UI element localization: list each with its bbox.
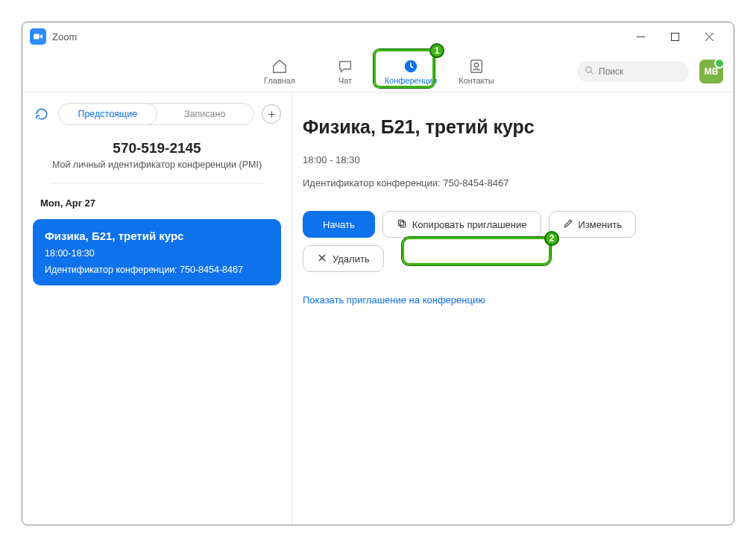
meeting-card-time: 18:00-18:30 bbox=[45, 248, 269, 259]
navbar-right: МВ bbox=[577, 60, 723, 83]
nav-label: Конференции bbox=[385, 76, 438, 85]
delete-button[interactable]: Удалить bbox=[303, 245, 384, 272]
date-header: Mon, Apr 27 bbox=[40, 197, 281, 209]
annotation-badge-1: 1 bbox=[429, 43, 444, 58]
start-button[interactable]: Начать bbox=[303, 211, 375, 238]
pmi-label: Мой личный идентификатор конференции (PM… bbox=[51, 159, 263, 170]
meeting-title: Физика, Б21, третий курс bbox=[303, 116, 723, 138]
meeting-id: Идентификатор конференции: 750-8454-8467 bbox=[303, 177, 723, 189]
app-title: Zoom bbox=[52, 31, 77, 42]
home-icon bbox=[271, 58, 288, 75]
tab-upcoming[interactable]: Предстоящие bbox=[59, 104, 157, 124]
annotation-badge-2: 2 bbox=[544, 231, 559, 246]
clock-icon bbox=[403, 58, 419, 75]
nav-label: Контакты bbox=[459, 76, 494, 85]
app-window: Zoom Главная Чат Конференции Контакты bbox=[22, 22, 734, 525]
sidebar-top: Предстоящие Записано bbox=[33, 103, 281, 125]
pmi-number: 570-519-2145 bbox=[51, 140, 263, 156]
sidebar: Предстоящие Записано 570-519-2145 Мой ли… bbox=[22, 92, 292, 525]
tabs-segment: Предстоящие Записано bbox=[58, 103, 254, 125]
svg-rect-6 bbox=[471, 60, 482, 72]
nav-label: Главная bbox=[264, 76, 295, 85]
search-input[interactable] bbox=[599, 66, 673, 77]
meeting-card-title: Физика, Б21, третий курс bbox=[45, 230, 269, 242]
copy-invite-label: Копировать приглашение bbox=[412, 219, 527, 230]
nav-meetings[interactable]: Конференции bbox=[382, 54, 440, 89]
nav-tabs: Главная Чат Конференции Контакты bbox=[251, 54, 505, 89]
copy-icon bbox=[397, 218, 407, 231]
edit-button[interactable]: Изменить bbox=[549, 211, 637, 238]
zoom-logo-icon bbox=[30, 28, 46, 45]
avatar[interactable]: МВ bbox=[699, 60, 723, 83]
delete-label: Удалить bbox=[333, 253, 370, 265]
svg-rect-0 bbox=[34, 34, 40, 39]
close-button[interactable] bbox=[692, 25, 726, 48]
x-icon bbox=[317, 253, 327, 265]
button-row: Начать Копировать приглашение Изменить У… bbox=[303, 211, 723, 272]
contacts-icon bbox=[468, 58, 485, 75]
svg-rect-12 bbox=[400, 221, 405, 227]
meeting-time: 18:00 - 18:30 bbox=[303, 154, 723, 165]
show-invite-link[interactable]: Показать приглашение на конференцию bbox=[303, 294, 723, 306]
copy-invite-button[interactable]: Копировать приглашение bbox=[382, 211, 541, 238]
meeting-card[interactable]: Физика, Б21, третий курс 18:00-18:30 Иде… bbox=[33, 219, 281, 285]
add-meeting-button[interactable] bbox=[262, 104, 281, 124]
pencil-icon bbox=[563, 218, 573, 231]
pmi-block[interactable]: 570-519-2145 Мой личный идентификатор ко… bbox=[51, 140, 263, 184]
search-box[interactable] bbox=[577, 61, 689, 82]
svg-point-7 bbox=[474, 63, 479, 67]
nav-contacts[interactable]: Контакты bbox=[447, 54, 505, 89]
edit-label: Изменить bbox=[579, 219, 623, 230]
svg-rect-2 bbox=[671, 33, 678, 40]
minimize-button[interactable] bbox=[623, 25, 658, 48]
window-controls bbox=[623, 25, 726, 48]
nav-chat[interactable]: Чат bbox=[316, 54, 374, 89]
svg-rect-13 bbox=[398, 220, 403, 225]
svg-line-9 bbox=[590, 72, 593, 74]
refresh-button[interactable] bbox=[33, 105, 51, 123]
meeting-card-id: Идентификатор конференции: 750-8454-8467 bbox=[45, 265, 269, 275]
content: Предстоящие Записано 570-519-2145 Мой ли… bbox=[22, 92, 734, 525]
navbar: Главная Чат Конференции Контакты МВ bbox=[22, 51, 734, 92]
nav-home[interactable]: Главная bbox=[251, 54, 309, 89]
svg-point-8 bbox=[586, 66, 592, 72]
titlebar: Zoom bbox=[22, 22, 734, 51]
search-icon bbox=[585, 65, 594, 78]
chat-icon bbox=[337, 58, 353, 75]
nav-label: Чат bbox=[338, 76, 352, 85]
main-panel: Физика, Б21, третий курс 18:00 - 18:30 И… bbox=[292, 92, 734, 525]
maximize-button[interactable] bbox=[658, 25, 692, 48]
tab-recorded[interactable]: Записано bbox=[157, 104, 254, 124]
